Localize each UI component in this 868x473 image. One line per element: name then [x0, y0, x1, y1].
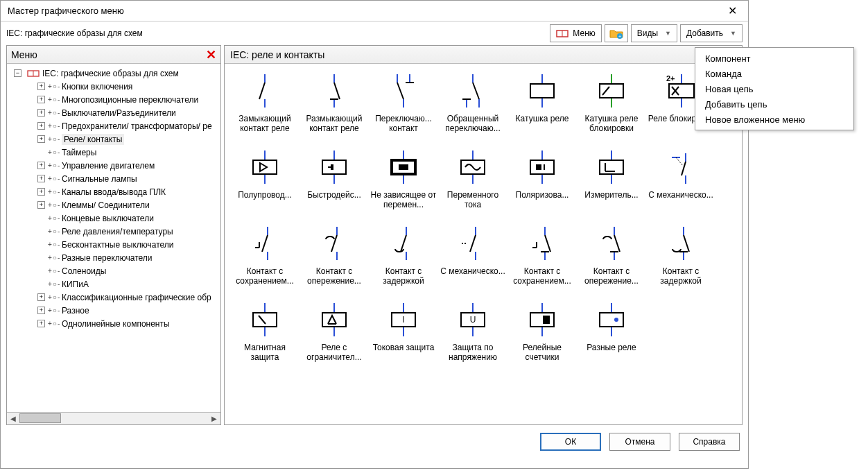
- connector-icon: +○-: [48, 214, 62, 222]
- collapse-icon[interactable]: −: [14, 69, 21, 77]
- symbol-item[interactable]: Замыкающий контакт реле: [230, 69, 300, 146]
- horizontal-scrollbar[interactable]: ◀ ▶: [7, 412, 220, 424]
- tree-item[interactable]: ++○-Сигнальные лампы: [10, 172, 220, 185]
- tree-item[interactable]: ++○-Разное: [10, 304, 220, 317]
- dropdown-item[interactable]: Компонент: [695, 51, 853, 66]
- tree-item[interactable]: +○-Таймеры: [10, 146, 220, 159]
- scroll-left-icon[interactable]: ◀: [7, 413, 19, 424]
- expand-icon[interactable]: +: [37, 109, 45, 117]
- dropdown-item[interactable]: Новая цепь: [695, 81, 853, 96]
- symbol-item[interactable]: Переключаю... контакт: [369, 69, 438, 146]
- menu-button[interactable]: Меню: [550, 24, 601, 42]
- symbol-label: Контакт с задержкой: [648, 266, 714, 286]
- symbol-label: Контакт с задержкой: [370, 266, 437, 286]
- tree-item[interactable]: ++○-Многопозиционные переключатели: [10, 93, 220, 106]
- dropdown-item[interactable]: Команда: [695, 66, 853, 81]
- right-panel-header: IEC: реле и контакты: [225, 46, 742, 64]
- sc-delay2-icon: [653, 225, 709, 262]
- tree-item[interactable]: +○-Концевые выключатели: [10, 212, 220, 225]
- tree-item[interactable]: ++○-Кнопки включения: [10, 80, 220, 93]
- menu-tree[interactable]: −IEC: графические образы для схем++○-Кно…: [7, 64, 220, 412]
- expand-icon[interactable]: +: [37, 96, 45, 103]
- svg-text:I: I: [402, 315, 404, 325]
- expand-icon[interactable]: +: [37, 188, 45, 196]
- symbol-label: Защита по напряжению: [440, 343, 506, 362]
- expand-icon[interactable]: +: [37, 293, 45, 301]
- symbol-item[interactable]: Измеритель...: [577, 146, 646, 222]
- tree-item[interactable]: ++○-Однолинейные компоненты: [10, 317, 220, 330]
- symbol-item[interactable]: С механическо...: [438, 222, 507, 298]
- symbol-item[interactable]: Катушка реле блокировки: [577, 69, 646, 146]
- tree-item[interactable]: ++○-Управление двигателем: [10, 159, 220, 172]
- dropdown-item[interactable]: Новое вложенное меню: [695, 112, 853, 127]
- symbol-item[interactable]: Контакт с задержкой: [646, 222, 715, 298]
- svg-line-8: [259, 83, 265, 99]
- delete-button[interactable]: ✕: [206, 47, 216, 62]
- symbol-item[interactable]: Не зависящее от перемен...: [369, 146, 438, 222]
- menu-button-label: Меню: [573, 28, 595, 38]
- symbol-item[interactable]: IТоковая защита: [369, 298, 438, 375]
- svg-text:2+: 2+: [666, 74, 675, 83]
- symbol-item[interactable]: Катушка реле: [507, 69, 577, 146]
- connector-icon: +○-: [48, 280, 62, 288]
- window-close-button[interactable]: ✕: [716, 1, 748, 22]
- svg-rect-110: [543, 316, 550, 324]
- expand-icon[interactable]: +: [37, 83, 45, 90]
- symbol-label: Катушка реле: [509, 114, 575, 123]
- scroll-right-icon[interactable]: ▶: [208, 413, 220, 424]
- tree-item[interactable]: ++○-Классификационные графические обр: [10, 291, 220, 304]
- ok-button[interactable]: ОК: [540, 433, 601, 451]
- symbol-item[interactable]: Магнитная защита: [230, 298, 300, 375]
- symbol-item[interactable]: Разные реле: [577, 298, 646, 375]
- tree-item[interactable]: +○-Разные переключатели: [10, 251, 220, 264]
- tree-item[interactable]: ++○-Клеммы/ Соединители: [10, 198, 220, 212]
- symbol-item[interactable]: Поляризова...: [507, 146, 577, 222]
- scrollbar-thumb[interactable]: [19, 413, 61, 423]
- help-button[interactable]: Справка: [679, 433, 740, 451]
- expand-icon[interactable]: +: [37, 201, 45, 209]
- expand-icon[interactable]: +: [37, 175, 45, 182]
- symbol-item[interactable]: Релейные счетчики: [507, 298, 577, 375]
- cancel-button[interactable]: Отмена: [609, 433, 670, 451]
- tree-item[interactable]: ++○-Каналы ввода/вывода ПЛК: [10, 185, 220, 198]
- symbol-item[interactable]: UЗащита по напряжению: [438, 298, 507, 375]
- svg-line-64: [682, 162, 686, 175]
- dropdown-item[interactable]: Добавить цепь: [695, 96, 853, 112]
- expand-icon[interactable]: +: [37, 320, 45, 327]
- svg-line-89: [684, 235, 689, 252]
- symbol-item[interactable]: Переменного тока: [438, 146, 507, 222]
- tree-root[interactable]: −IEC: графические образы для схем: [10, 67, 220, 80]
- expand-icon[interactable]: +: [37, 135, 45, 143]
- symbol-item[interactable]: Контакт с задержкой: [369, 222, 438, 298]
- views-button[interactable]: Виды ▼: [631, 24, 677, 42]
- symbol-item[interactable]: С механическо...: [646, 146, 715, 222]
- tree-item[interactable]: +○-КИПиА: [10, 277, 220, 291]
- tree-item[interactable]: ++○-Выключатели/Разъединители: [10, 106, 220, 119]
- expand-icon[interactable]: +: [37, 122, 45, 130]
- add-button[interactable]: Добавить ▼: [680, 24, 743, 42]
- scrollbar-track[interactable]: [19, 413, 208, 424]
- tree-item[interactable]: ++○-Реле/ контакты: [10, 132, 220, 146]
- expand-icon[interactable]: +: [37, 162, 45, 169]
- folder-button[interactable]: +: [605, 24, 628, 42]
- tree-item[interactable]: +○-Соленоиды: [10, 264, 220, 277]
- tree-item-label: Многопозиционные переключатели: [62, 95, 198, 105]
- tree-item[interactable]: ++○-Предохранители/ трансформаторы/ ре: [10, 119, 220, 132]
- symbol-item[interactable]: Реле с ограничител...: [300, 298, 369, 375]
- svg-line-81: [545, 235, 550, 252]
- tree-item[interactable]: +○-Бесконтактные выключатели: [10, 238, 220, 251]
- tree-item[interactable]: +○-Реле давления/температуры: [10, 225, 220, 238]
- symbol-label: Измеритель...: [578, 190, 645, 200]
- symbol-item[interactable]: Полупровод...: [230, 146, 300, 222]
- expand-icon[interactable]: +: [37, 307, 45, 314]
- symbol-item[interactable]: Контакт с сохранением...: [230, 222, 300, 298]
- tree-item-label: Концевые выключатели: [62, 214, 154, 223]
- symbol-item[interactable]: Размыкающий контакт реле: [300, 69, 369, 146]
- symbol-item[interactable]: Обращенный переключаю...: [438, 69, 507, 146]
- symbol-item[interactable]: Контакт с опережение...: [300, 222, 369, 298]
- symbol-item[interactable]: Контакт с опережение...: [577, 222, 646, 298]
- svg-rect-54: [530, 160, 554, 174]
- symbol-item[interactable]: Быстродейс...: [300, 146, 369, 222]
- symbol-item[interactable]: Контакт с сохранением...: [507, 222, 577, 298]
- svg-line-66: [676, 157, 683, 166]
